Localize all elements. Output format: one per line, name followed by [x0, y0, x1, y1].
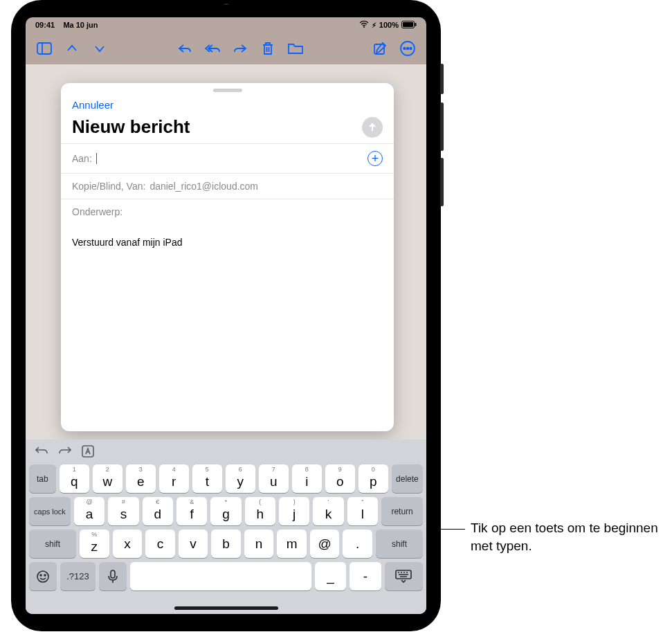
key-u[interactable]: 7u: [259, 464, 289, 493]
key-w[interactable]: 2w: [93, 464, 122, 493]
key-r[interactable]: 4r: [159, 464, 189, 493]
number-switch-key[interactable]: .?123: [60, 562, 95, 590]
svg-point-13: [40, 575, 42, 576]
key-h[interactable]: (h: [245, 497, 275, 525]
key-l[interactable]: "l: [347, 497, 378, 525]
key-c[interactable]: c: [145, 530, 175, 558]
key-t[interactable]: 5t: [192, 464, 222, 493]
volume-up-button: [440, 102, 444, 151]
key-y[interactable]: 6y: [226, 464, 255, 493]
status-date: Ma 10 jun: [63, 21, 98, 29]
prev-message-icon[interactable]: [62, 38, 82, 59]
callout-leader: [432, 529, 465, 530]
move-folder-icon[interactable]: [285, 38, 306, 59]
key-z[interactable]: %z: [80, 530, 109, 558]
cc-field[interactable]: Kopie/Blind, Van: daniel_rico1@icloud.co…: [61, 173, 394, 199]
format-icon[interactable]: [82, 445, 94, 460]
key-m[interactable]: m: [277, 530, 307, 558]
key-a[interactable]: @a: [74, 497, 105, 525]
power-button: [440, 64, 444, 94]
svg-point-0: [363, 26, 365, 28]
compose-title: Nieuw bericht: [72, 116, 190, 138]
svg-point-10: [410, 48, 412, 50]
dismiss-keyboard-key[interactable]: [385, 562, 423, 590]
shift-right-key[interactable]: shift: [376, 530, 423, 558]
cc-label: Kopie/Blind, Van:: [72, 181, 145, 192]
capslock-key[interactable]: caps lock: [29, 497, 71, 525]
svg-point-12: [37, 571, 48, 582]
svg-rect-3: [415, 23, 417, 26]
key-j[interactable]: )j: [279, 497, 309, 525]
trash-icon[interactable]: [257, 38, 278, 59]
key-k[interactable]: 'k: [313, 497, 343, 525]
add-contact-button[interactable]: +: [367, 151, 383, 166]
ipad-frame: 09:41 Ma 10 jun ⚡︎ 100%: [11, 0, 441, 631]
subject-label: Onderwerp:: [72, 206, 122, 217]
status-time: 09:41: [35, 21, 55, 29]
forward-icon[interactable]: [230, 38, 251, 59]
send-button[interactable]: [362, 117, 383, 138]
key-n[interactable]: n: [244, 530, 274, 558]
key-q[interactable]: 1q: [60, 464, 89, 493]
svg-rect-15: [111, 570, 115, 578]
to-field[interactable]: Aan: +: [61, 143, 394, 173]
redo-icon[interactable]: [58, 445, 72, 460]
emoji-key[interactable]: [29, 562, 57, 590]
next-message-icon[interactable]: [89, 38, 110, 59]
reply-icon[interactable]: [174, 38, 195, 59]
key-e[interactable]: 3e: [126, 464, 156, 493]
svg-point-14: [44, 575, 46, 576]
key-f[interactable]: &f: [176, 497, 207, 525]
to-label: Aan:: [72, 153, 92, 164]
more-icon[interactable]: [397, 38, 418, 59]
key-@[interactable]: @: [310, 530, 340, 558]
sidebar-toggle-icon[interactable]: [34, 38, 55, 59]
dictate-key[interactable]: [99, 562, 127, 590]
cancel-button[interactable]: Annuleer: [72, 95, 113, 116]
compose-body[interactable]: Verstuurd vanaf mijn iPad: [61, 224, 394, 260]
key-x[interactable]: x: [113, 530, 143, 558]
underscore-key[interactable]: _: [315, 562, 346, 590]
hyphen-key[interactable]: -: [349, 562, 381, 590]
key-.[interactable]: .: [343, 530, 372, 558]
status-bar: 09:41 Ma 10 jun ⚡︎ 100%: [26, 17, 426, 33]
key-s[interactable]: #s: [108, 497, 138, 525]
key-o[interactable]: 9o: [325, 464, 355, 493]
subject-field[interactable]: Onderwerp:: [61, 199, 394, 224]
key-g[interactable]: *g: [210, 497, 241, 525]
return-key[interactable]: return: [381, 497, 423, 525]
delete-key[interactable]: delete: [392, 464, 423, 493]
key-v[interactable]: v: [179, 530, 208, 558]
key-d[interactable]: €d: [143, 497, 173, 525]
home-indicator[interactable]: [174, 606, 278, 610]
text-cursor: [96, 153, 97, 164]
volume-down-button: [440, 158, 444, 206]
screen: 09:41 Ma 10 jun ⚡︎ 100%: [26, 17, 426, 614]
battery-percent: 100%: [379, 21, 399, 29]
onscreen-keyboard: tab 1q2w3e4r5t6y7u8i9o0pdelete caps lock…: [26, 440, 426, 614]
signature-text: Verstuurd vanaf mijn iPad: [72, 237, 183, 248]
shift-left-key[interactable]: shift: [29, 530, 76, 558]
svg-rect-2: [403, 22, 413, 27]
key-i[interactable]: 8i: [292, 464, 322, 493]
svg-rect-4: [37, 43, 51, 54]
key-p[interactable]: 0p: [358, 464, 388, 493]
compose-sheet: Annuleer Nieuw bericht Aan: + Kopie/Blin…: [61, 83, 394, 431]
svg-point-8: [403, 48, 406, 50]
tab-key[interactable]: tab: [29, 464, 56, 493]
compose-icon[interactable]: [370, 38, 390, 59]
undo-icon[interactable]: [35, 445, 48, 460]
reply-all-icon[interactable]: [202, 38, 223, 59]
key-b[interactable]: b: [211, 530, 241, 558]
battery-icon: [401, 21, 417, 30]
mail-toolbar: [26, 33, 426, 64]
callout-text: Tik op een toets om te beginnen met type…: [471, 519, 664, 554]
cc-from-value: daniel_rico1@icloud.com: [149, 181, 258, 192]
wifi-icon: [359, 21, 369, 29]
space-key[interactable]: [130, 562, 311, 590]
svg-point-9: [407, 48, 409, 50]
